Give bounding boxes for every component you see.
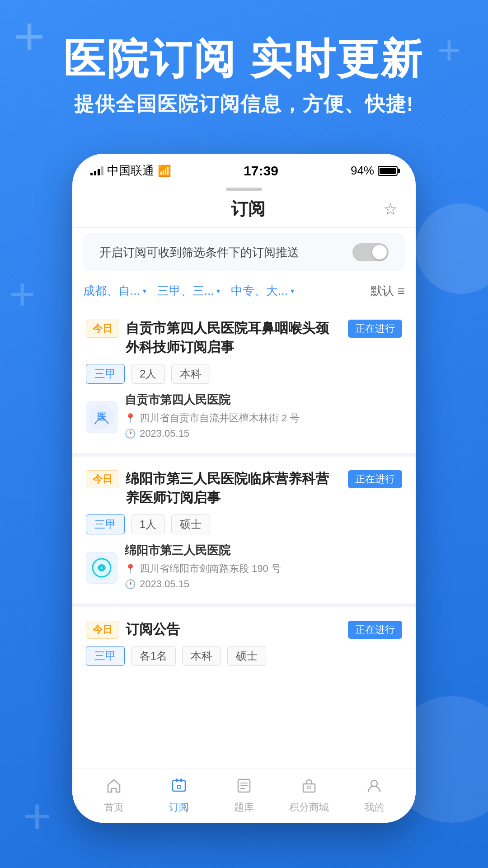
filter-level-arrow: ▾ xyxy=(216,287,220,295)
svg-text:+: + xyxy=(100,566,103,571)
status-badge-2: 正在进行 xyxy=(348,470,402,488)
header-subtitle: 提供全国医院订阅信息，方便、快捷! xyxy=(27,91,461,118)
signal-icon xyxy=(90,166,103,175)
quiz-icon xyxy=(236,778,252,798)
address-text-2: 四川省绵阳市剑南路东段 190 号 xyxy=(140,562,281,576)
store-icon xyxy=(301,778,317,798)
hospital-address-2: 📍 四川省绵阳市剑南路东段 190 号 xyxy=(125,562,402,576)
tag-count-2: 1人 xyxy=(131,514,165,534)
hospital-address-1: 📍 四川省自贡市自流井区檀木林街 2 号 xyxy=(125,411,402,425)
svg-text:医: 医 xyxy=(97,412,106,422)
location-icon-1: 📍 xyxy=(125,413,136,424)
toggle-switch[interactable] xyxy=(352,243,389,261)
location-icon-2: 📍 xyxy=(125,563,136,574)
scrollable-content: 开启订阅可收到筛选条件下的订阅推送 成都、自... ▾ 三甲、三... ▾ 中专… xyxy=(72,226,416,769)
status-badge-3: 正在进行 xyxy=(348,621,402,639)
tag-count-3: 各1名 xyxy=(131,646,176,666)
filter-bar: 成都、自... ▾ 三甲、三... ▾ 中专、大... ▾ 默认 ≡ xyxy=(72,278,416,306)
nav-item-subscription[interactable]: 订阅 xyxy=(146,778,211,814)
filter-education-arrow: ▾ xyxy=(291,287,294,295)
job-tags-1: 三甲 2人 本科 xyxy=(86,364,402,384)
filter-level[interactable]: 三甲、三... ▾ xyxy=(157,283,221,299)
today-badge-1: 今日 xyxy=(86,320,119,338)
page-title: 订阅 xyxy=(113,198,383,221)
hospital-info-1: 医 自贡市第四人民医院 📍 四川省自贡市自流井区檀木林街 2 号 🕐 2023.… xyxy=(86,392,402,442)
hospital-info-2: + 绵阳市第三人民医院 📍 四川省绵阳市剑南路东段 190 号 🕐 2023.0… xyxy=(86,542,402,593)
hospital-logo-1: 医 xyxy=(86,401,117,433)
bottom-nav: 首页 订阅 xyxy=(72,769,416,823)
filter-education-label: 中专、大... xyxy=(231,283,288,299)
nav-label-profile: 我的 xyxy=(364,801,384,814)
tag-edu-3b: 硕士 xyxy=(227,646,266,666)
time-display: 17:39 xyxy=(244,163,278,179)
hospital-date-1: 🕐 2023.05.15 xyxy=(125,428,402,439)
phone-mockup: 中国联通 📶 17:39 94% 订阅 ☆ 开启订阅可收到筛 xyxy=(72,154,416,823)
nav-item-quiz[interactable]: 题库 xyxy=(211,778,277,814)
nav-label-home: 首页 xyxy=(104,801,124,814)
clock-icon-1: 🕐 xyxy=(125,428,136,439)
profile-icon xyxy=(366,778,382,798)
nav-label-quiz: 题库 xyxy=(234,801,254,814)
filter-location-label: 成都、自... xyxy=(83,283,140,299)
subscription-toggle-row[interactable]: 开启订阅可收到筛选条件下的订阅推送 xyxy=(83,233,405,271)
nav-label-store: 积分商城 xyxy=(289,801,329,814)
job-title-2: 绵阳市第三人民医院临床营养科营养医师订阅启事 xyxy=(126,469,342,507)
tag-level-1: 三甲 xyxy=(86,364,125,384)
bg-decoration-circle-right xyxy=(416,203,488,294)
tag-count-1: 2人 xyxy=(131,364,165,384)
favorite-icon[interactable]: ☆ xyxy=(383,200,398,219)
filter-location[interactable]: 成都、自... ▾ xyxy=(83,283,146,299)
clock-icon-2: 🕐 xyxy=(125,579,136,590)
job-title-1: 自贡市第四人民医院耳鼻咽喉头颈外科技师订阅启事 xyxy=(126,319,342,357)
toggle-label: 开启订阅可收到筛选条件下的订阅推送 xyxy=(99,245,352,260)
toggle-knob xyxy=(372,245,387,259)
hospital-name-1: 自贡市第四人民医院 xyxy=(125,392,402,408)
date-text-2: 2023.05.15 xyxy=(140,578,189,590)
bg-decoration-plus-mid: + xyxy=(9,271,35,316)
job-title-3: 订阅公告 xyxy=(126,620,342,639)
header-area: 医院订阅 实时更新 提供全国医院订阅信息，方便、快捷! xyxy=(0,0,488,136)
svg-rect-11 xyxy=(178,787,180,788)
svg-rect-16 xyxy=(303,784,315,792)
filter-education[interactable]: 中专、大... ▾ xyxy=(231,283,294,299)
status-badge-1: 正在进行 xyxy=(348,320,402,338)
svg-rect-8 xyxy=(180,778,182,782)
date-text-1: 2023.05.15 xyxy=(140,428,189,439)
header-title: 医院订阅 实时更新 xyxy=(63,36,461,82)
nav-item-store[interactable]: 积分商城 xyxy=(277,778,342,814)
nav-item-profile[interactable]: 我的 xyxy=(342,778,407,814)
job-card-3[interactable]: 今日 订阅公告 正在进行 三甲 各1名 本科 硕士 xyxy=(72,607,416,666)
home-icon xyxy=(106,778,122,798)
battery-percent: 94% xyxy=(351,164,374,178)
nav-item-home[interactable]: 首页 xyxy=(81,778,146,814)
hospital-date-2: 🕐 2023.05.15 xyxy=(125,578,402,590)
nav-label-subscription: 订阅 xyxy=(169,801,189,814)
job-card-2[interactable]: 今日 绵阳市第三人民医院临床营养科营养医师订阅启事 正在进行 三甲 1人 硕士 xyxy=(72,457,416,607)
svg-rect-17 xyxy=(307,786,311,788)
today-badge-2: 今日 xyxy=(86,470,119,488)
list-sort-icon: ≡ xyxy=(398,284,405,298)
job-tags-3: 三甲 各1名 本科 硕士 xyxy=(86,646,402,666)
tag-level-2: 三甲 xyxy=(86,514,125,534)
address-text-1: 四川省自贡市自流井区檀木林街 2 号 xyxy=(140,411,300,425)
status-bar: 中国联通 📶 17:39 94% xyxy=(72,154,416,183)
wifi-icon: 📶 xyxy=(158,165,171,177)
job-card-1[interactable]: 今日 自贡市第四人民医院耳鼻咽喉头颈外科技师订阅启事 正在进行 三甲 2人 本科… xyxy=(72,306,416,457)
svg-rect-7 xyxy=(176,778,178,782)
tag-edu-1: 本科 xyxy=(171,364,210,384)
hospital-details-2: 绵阳市第三人民医院 📍 四川省绵阳市剑南路东段 190 号 🕐 2023.05.… xyxy=(125,542,402,593)
battery-icon xyxy=(378,166,398,176)
filter-default[interactable]: 默认 ≡ xyxy=(371,283,405,299)
tag-edu-3a: 本科 xyxy=(182,646,221,666)
status-right: 94% xyxy=(351,164,398,178)
hospital-details-1: 自贡市第四人民医院 📍 四川省自贡市自流井区檀木林街 2 号 🕐 2023.05… xyxy=(125,392,402,442)
subscription-icon xyxy=(171,778,187,798)
hospital-logo-2: + xyxy=(86,552,117,584)
bg-decoration-plus-bot: + xyxy=(23,791,52,841)
carrier-label: 中国联通 xyxy=(107,163,154,179)
hospital-name-2: 绵阳市第三人民医院 xyxy=(125,542,402,558)
scroll-dot xyxy=(226,188,262,191)
today-badge-3: 今日 xyxy=(86,621,119,639)
tag-edu-2: 硕士 xyxy=(171,514,210,534)
scroll-indicator xyxy=(72,188,416,191)
